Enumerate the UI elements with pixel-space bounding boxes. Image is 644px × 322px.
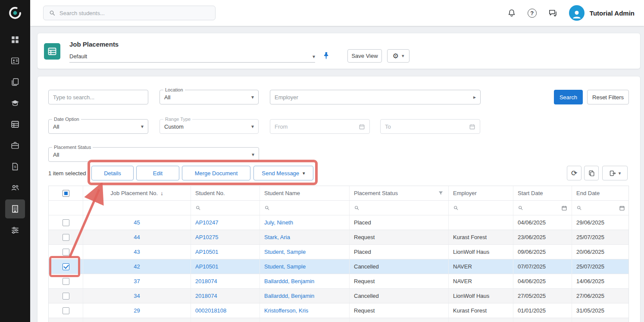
table-row[interactable]: 37 2018074 Ballarddd, Benjamin Request N… (49, 274, 628, 289)
student-name-link[interactable]: Ballarddd, Benjamin (264, 293, 314, 299)
sidebar-item-settings[interactable] (5, 221, 25, 240)
row-checkbox[interactable] (63, 307, 69, 314)
row-checkbox[interactable] (63, 219, 69, 226)
sidebar-item-education[interactable] (5, 94, 25, 113)
table-row[interactable]: 29 0002018108 Kristofferson, Kris Reques… (49, 303, 628, 318)
documents-icon (10, 77, 20, 87)
view-settings-button[interactable]: ⚙ ▾ (387, 49, 410, 63)
bell-icon (507, 8, 516, 18)
filter-funnel-icon[interactable] (438, 190, 444, 196)
col-header-employer[interactable]: Employer (449, 186, 513, 200)
calendar-icon[interactable] (561, 205, 567, 211)
table-row[interactable]: 34 2018074 Ballarddd, Benjamin Cancelled… (49, 289, 628, 303)
student-no-link[interactable]: AP10247 (195, 219, 219, 226)
student-name-link[interactable]: Kristofferson, Kris (264, 307, 308, 314)
job-placement-link[interactable]: 43 (134, 249, 140, 255)
user-menu[interactable]: Tutorial Admin (569, 5, 635, 21)
filter-cell-employer[interactable] (449, 201, 513, 215)
table-row[interactable]: 44 AP10275 Stark, Aria Request Kurast Fo… (49, 230, 628, 245)
job-placement-link[interactable]: 45 (134, 219, 140, 226)
employer-input[interactable] (275, 94, 473, 101)
keyword-input[interactable] (53, 94, 144, 101)
job-placement-link[interactable]: 34 (134, 293, 140, 299)
person-icon (570, 8, 583, 21)
messages-button[interactable] (548, 8, 558, 18)
student-no-link[interactable]: 0002018108 (195, 307, 226, 314)
filter-cell-status[interactable] (350, 201, 449, 215)
job-placement-link[interactable]: 42 (134, 263, 140, 270)
job-placement-link[interactable]: 37 (134, 278, 140, 284)
col-header-student-name[interactable]: Student Name (260, 186, 350, 200)
from-date-input[interactable] (275, 123, 359, 130)
student-no-link[interactable]: AP10275 (195, 234, 219, 240)
row-checkbox[interactable] (63, 263, 69, 270)
student-name-link[interactable]: Student, Sample (264, 263, 306, 270)
row-checkbox[interactable] (63, 234, 69, 241)
student-search-input[interactable] (59, 10, 210, 16)
student-name-link[interactable]: July, Nineth (264, 219, 293, 226)
sidebar-item-documents[interactable] (5, 73, 25, 92)
sidebar-item-groups[interactable] (5, 178, 25, 197)
row-checkbox[interactable] (63, 278, 69, 285)
student-no-link[interactable]: AP10501 (195, 263, 219, 270)
edit-button[interactable]: Edit (136, 166, 179, 180)
keyword-filter[interactable] (48, 90, 148, 104)
view-select[interactable]: Default ▾ (69, 51, 315, 63)
export-button[interactable]: ▾ (602, 166, 628, 180)
select-all-checkbox[interactable] (63, 190, 69, 197)
student-name-link[interactable]: Ballarddd, Benjamin (264, 278, 314, 284)
job-placement-link[interactable]: 29 (134, 307, 140, 314)
student-no-link[interactable]: AP10501 (195, 249, 219, 255)
send-message-button[interactable]: Send Message ▾ (253, 166, 313, 180)
save-view-button[interactable]: Save View (347, 49, 382, 63)
reset-filters-button[interactable]: Reset Filters (587, 90, 629, 104)
placement-status-filter[interactable]: Placement Status All ▾ (48, 147, 259, 162)
range-type-filter[interactable]: Range Type Custom ▾ (159, 119, 259, 134)
refresh-button[interactable]: ⟳ (567, 166, 581, 180)
filter-cell-student-name[interactable] (260, 201, 350, 215)
row-checkbox[interactable] (63, 249, 69, 256)
from-date-filter[interactable] (270, 119, 370, 134)
col-header-job-no[interactable]: Job Placement No.↓ (83, 186, 191, 200)
notifications-button[interactable] (507, 8, 516, 18)
details-button[interactable]: Details (91, 166, 134, 180)
job-placement-link[interactable]: 44 (134, 234, 140, 240)
employer-filter[interactable]: ▸ (270, 90, 481, 104)
copy-grid-button[interactable] (584, 166, 599, 180)
row-checkbox[interactable] (63, 293, 69, 300)
app-logo[interactable] (0, 0, 30, 26)
sidebar-item-statements[interactable] (5, 157, 25, 176)
student-no-link[interactable]: 2018074 (195, 278, 217, 284)
search-button[interactable]: Search (554, 90, 583, 104)
col-header-start-date[interactable]: Start Date (513, 186, 572, 200)
to-date-filter[interactable] (380, 119, 480, 134)
pin-view-button[interactable] (322, 51, 331, 60)
to-date-input[interactable] (385, 123, 469, 130)
sidebar-item-placements[interactable] (5, 199, 25, 218)
table-row[interactable]: 45 AP10247 July, Nineth Placed 04/06/202… (49, 215, 628, 230)
merge-document-button[interactable]: Merge Document (182, 166, 250, 180)
filter-cell-start-date[interactable] (513, 201, 572, 215)
date-option-filter[interactable]: Date Option All ▾ (48, 119, 148, 134)
help-button[interactable]: ? (528, 9, 537, 18)
sidebar-item-jobs[interactable] (5, 136, 25, 155)
student-search-box[interactable] (43, 6, 216, 20)
calendar-icon[interactable] (469, 123, 475, 130)
student-name-link[interactable]: Stark, Aria (264, 234, 290, 240)
calendar-icon[interactable] (359, 123, 365, 130)
sidebar-item-tables[interactable] (5, 115, 25, 134)
filter-cell-end-date[interactable] (572, 201, 629, 215)
col-header-end-date[interactable]: End Date (572, 186, 629, 200)
table-row[interactable]: 43 AP10501 Student, Sample Placed LionWo… (49, 245, 628, 259)
sidebar-item-dashboard[interactable] (5, 30, 25, 49)
student-name-link[interactable]: Student, Sample (264, 249, 306, 255)
col-header-status[interactable]: Placement Status (350, 186, 449, 200)
filter-cell-job-no[interactable] (83, 201, 191, 215)
calendar-icon[interactable] (619, 205, 625, 211)
col-header-student-no[interactable]: Student No. (191, 186, 260, 200)
student-no-link[interactable]: 2018074 (195, 293, 217, 299)
table-row[interactable]: 42 AP10501 Student, Sample Cancelled NAV… (49, 259, 628, 274)
filter-cell-student-no[interactable] (191, 201, 260, 215)
location-filter[interactable]: Location All ▾ (159, 90, 259, 104)
sidebar-item-contacts[interactable] (5, 51, 25, 70)
